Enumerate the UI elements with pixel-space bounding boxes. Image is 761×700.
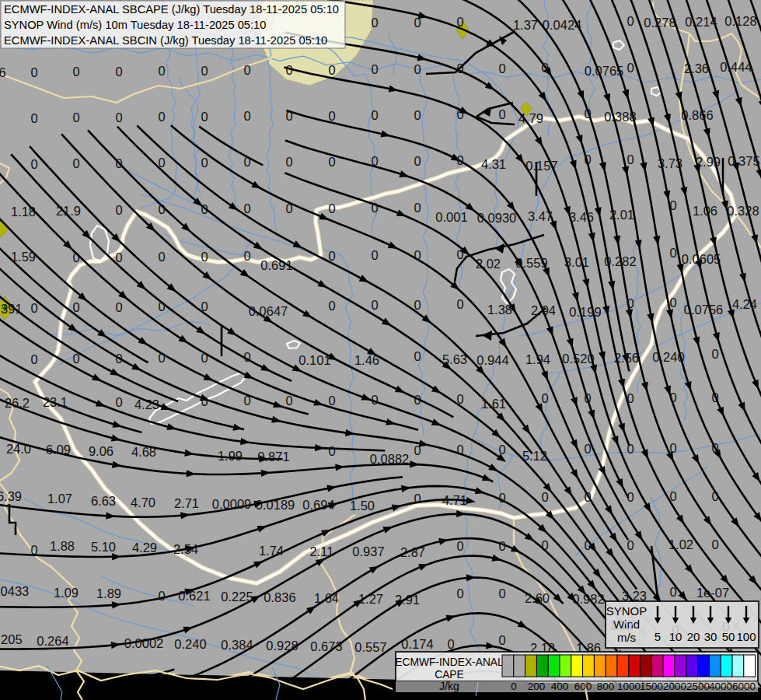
- svg-text:0: 0: [115, 203, 122, 217]
- svg-text:0: 0: [627, 391, 634, 405]
- svg-text:0: 0: [328, 444, 335, 458]
- svg-text:1000: 1000: [617, 681, 641, 692]
- svg-text:0.0930: 0.0930: [477, 211, 516, 225]
- svg-text:0: 0: [72, 156, 79, 170]
- svg-text:0.0009: 0.0009: [212, 497, 251, 511]
- svg-text:0: 0: [541, 490, 548, 504]
- svg-text:SYNOP Wind (m/s) 10m Tuesday 1: SYNOP Wind (m/s) 10m Tuesday 18-11-2025 …: [4, 19, 266, 31]
- svg-text:0.205: 0.205: [0, 632, 23, 646]
- svg-text:0: 0: [669, 489, 676, 503]
- svg-text:0: 0: [584, 107, 591, 121]
- svg-text:30: 30: [704, 630, 717, 643]
- svg-text:0: 0: [669, 441, 676, 455]
- svg-text:0.278: 0.278: [644, 16, 675, 30]
- svg-text:ECMWF-INDEX-ANAL SBCAPE (J/kg): ECMWF-INDEX-ANAL SBCAPE (J/kg) Tuesday 1…: [4, 3, 339, 16]
- svg-text:0: 0: [456, 539, 463, 553]
- svg-text:0.391: 0.391: [0, 302, 23, 316]
- svg-text:0.836: 0.836: [264, 590, 295, 604]
- svg-text:0: 0: [328, 109, 335, 123]
- svg-text:0: 0: [30, 301, 37, 315]
- svg-text:0.328: 0.328: [727, 204, 759, 218]
- svg-text:1.94: 1.94: [525, 352, 550, 366]
- svg-text:0.001: 0.001: [435, 210, 467, 224]
- svg-text:0: 0: [371, 298, 378, 312]
- svg-text:0: 0: [541, 391, 548, 405]
- svg-text:0.928: 0.928: [266, 639, 298, 653]
- svg-text:0: 0: [627, 490, 634, 504]
- svg-text:6: 6: [0, 65, 6, 79]
- svg-text:0: 0: [30, 65, 37, 79]
- svg-text:0: 0: [456, 153, 463, 167]
- svg-text:1.27: 1.27: [358, 592, 383, 606]
- svg-text:0: 0: [498, 539, 505, 553]
- svg-text:0: 0: [456, 297, 463, 311]
- svg-text:0.557: 0.557: [354, 640, 386, 654]
- svg-text:6.09: 6.09: [46, 443, 71, 457]
- svg-text:0: 0: [371, 393, 378, 407]
- svg-text:0: 0: [201, 394, 208, 408]
- svg-text:0: 0: [158, 299, 165, 313]
- svg-text:0.214: 0.214: [685, 15, 717, 29]
- svg-text:0.199: 0.199: [569, 305, 601, 319]
- svg-text:0: 0: [414, 62, 421, 76]
- svg-text:0: 0: [498, 491, 505, 505]
- svg-text:3.73: 3.73: [658, 156, 682, 170]
- svg-text:2.01: 2.01: [609, 208, 634, 222]
- svg-text:0: 0: [541, 61, 548, 75]
- svg-text:4.79: 4.79: [518, 111, 543, 125]
- svg-text:0: 0: [456, 61, 463, 75]
- svg-text:2500: 2500: [686, 681, 710, 692]
- svg-text:0.375: 0.375: [728, 154, 759, 168]
- svg-text:0: 0: [243, 109, 250, 123]
- svg-text:0.157: 0.157: [525, 159, 557, 173]
- svg-text:0: 0: [285, 394, 292, 408]
- svg-text:0: 0: [371, 62, 378, 76]
- svg-text:0: 0: [456, 15, 463, 29]
- svg-text:5.12: 5.12: [522, 449, 547, 463]
- svg-text:0: 0: [584, 391, 591, 405]
- svg-text:0: 0: [627, 538, 634, 552]
- svg-text:800: 800: [597, 681, 615, 692]
- svg-text:0: 0: [328, 394, 335, 408]
- svg-text:0: 0: [371, 16, 378, 30]
- svg-text:1.88: 1.88: [50, 539, 75, 553]
- svg-text:0: 0: [498, 586, 505, 600]
- svg-text:0: 0: [201, 250, 208, 264]
- svg-text:0: 0: [669, 390, 676, 404]
- svg-text:0: 0: [456, 586, 463, 600]
- svg-text:0.944: 0.944: [476, 353, 508, 367]
- svg-text:20: 20: [687, 630, 700, 643]
- svg-text:0: 0: [158, 351, 165, 365]
- svg-text:0.937: 0.937: [352, 544, 384, 558]
- svg-text:0: 0: [456, 392, 463, 406]
- svg-text:0: 0: [115, 352, 122, 366]
- svg-text:0.520: 0.520: [562, 352, 594, 366]
- svg-text:0: 0: [711, 489, 718, 503]
- svg-text:0: 0: [627, 14, 634, 28]
- svg-text:2.91: 2.91: [395, 593, 420, 607]
- svg-text:4.71: 4.71: [442, 493, 467, 507]
- svg-text:0: 0: [447, 637, 454, 651]
- svg-text:1.99: 1.99: [218, 449, 243, 463]
- svg-text:0: 0: [498, 61, 505, 75]
- svg-text:0.0002: 0.0002: [124, 636, 163, 650]
- svg-text:0: 0: [541, 538, 548, 552]
- svg-text:0: 0: [414, 201, 421, 215]
- svg-text:2.99: 2.99: [696, 155, 721, 169]
- svg-text:0: 0: [414, 154, 421, 168]
- svg-text:0: 0: [328, 249, 335, 263]
- svg-text:23.1: 23.1: [43, 395, 68, 409]
- svg-text:2.60: 2.60: [525, 591, 550, 605]
- svg-text:2.54: 2.54: [173, 542, 198, 556]
- svg-text:0: 0: [414, 393, 421, 407]
- svg-text:4.23: 4.23: [134, 397, 159, 411]
- svg-text:0: 0: [669, 296, 676, 310]
- svg-text:ECMWF-INDEX-ANAL SBCIN (J/kg): ECMWF-INDEX-ANAL SBCIN (J/kg) Tuesday 18…: [4, 34, 327, 47]
- svg-text:0: 0: [371, 201, 378, 215]
- svg-text:0: 0: [72, 300, 79, 314]
- svg-text:0: 0: [498, 107, 505, 121]
- svg-text:1.61: 1.61: [481, 397, 506, 411]
- svg-text:0: 0: [584, 152, 591, 166]
- svg-text:0: 0: [285, 155, 292, 169]
- svg-text:0.0605: 0.0605: [682, 252, 721, 266]
